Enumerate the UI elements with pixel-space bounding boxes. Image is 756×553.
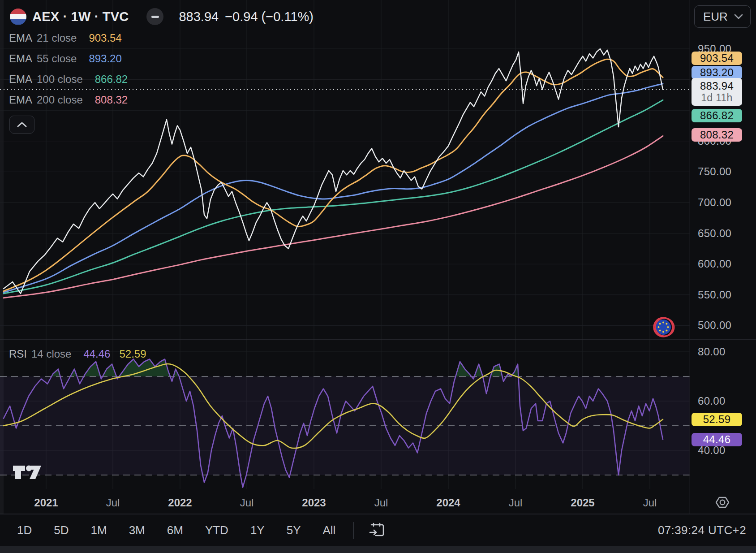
range-button-5d[interactable]: 5D	[51, 522, 71, 539]
indicator-params: 21 close	[37, 32, 77, 44]
legend-row-ema55[interactable]: EMA 55 close 893.20	[9, 52, 122, 65]
minus-icon	[151, 16, 159, 18]
range-button-ytd[interactable]: YTD	[202, 522, 231, 539]
chevron-down-icon	[734, 14, 743, 19]
collapse-legend-button[interactable]	[9, 116, 34, 134]
legend-row-ema200[interactable]: EMA 200 close 808.32	[9, 93, 128, 107]
indicator-name: EMA	[9, 94, 32, 106]
netherlands-flag-icon	[10, 9, 26, 25]
indicator-value: 903.54	[89, 32, 121, 44]
indicator-name: RSI	[9, 348, 27, 360]
axis-label: 500.00	[698, 319, 731, 332]
range-button-1m[interactable]: 1M	[88, 522, 110, 539]
axis-label: 750.00	[698, 165, 731, 178]
axis-label: 60.00	[698, 395, 726, 407]
rsi-ma-value: 52.59	[119, 348, 146, 360]
indicator-params: 100 close	[37, 73, 83, 86]
price-badge-ema200: 808.32	[692, 128, 742, 142]
last-quote: 883.94−0.94 (−0.11%)	[179, 9, 313, 24]
time-label: Jul	[374, 497, 388, 509]
price-badge-ema21: 903.54	[692, 52, 742, 65]
indicator-params: 200 close	[37, 94, 83, 106]
axis-label: 650.00	[698, 227, 731, 240]
axis-label: 550.00	[698, 289, 731, 301]
time-label: Jul	[240, 497, 254, 509]
currency-dropdown[interactable]: EUR	[694, 5, 751, 28]
time-label: 2024	[436, 497, 460, 509]
gear-icon	[714, 494, 731, 511]
window-bottom-strip	[0, 546, 756, 553]
time-axis-settings-button[interactable]	[714, 494, 731, 512]
price-badge-rsi: 44.46	[692, 433, 742, 446]
axis-label: 700.00	[698, 196, 731, 209]
axis-label: 80.00	[698, 346, 726, 358]
go-to-date-button[interactable]	[367, 520, 387, 541]
bottom-toolbar: 1D5D1M3M6MYTD1Y5YAll 07:39:24 UTC+2	[0, 514, 756, 546]
time-label: 2023	[302, 497, 326, 509]
symbol-title[interactable]: AEX · 1W · TVC	[32, 9, 129, 24]
range-button-5y[interactable]: 5Y	[284, 522, 304, 539]
symbol-header[interactable]: AEX · 1W · TVC 883.94−0.94 (−0.11%)	[10, 8, 314, 26]
hide-symbol-button[interactable]	[146, 8, 163, 25]
indicator-name: EMA	[9, 73, 32, 86]
indicator-name: EMA	[9, 52, 32, 65]
range-button-3m[interactable]: 3M	[126, 522, 148, 539]
axis-label: 600.00	[698, 258, 731, 270]
range-buttons: 1D5D1M3M6MYTD1Y5YAll	[14, 522, 338, 539]
series-ema-55	[4, 84, 663, 292]
clock[interactable]: 07:39:24 UTC+2	[658, 514, 746, 546]
chevron-up-icon	[17, 122, 27, 127]
rsi-value: 44.46	[83, 348, 110, 360]
calendar-arrow-icon	[368, 521, 386, 539]
price-badge-last: 883.941d 11h	[692, 78, 742, 106]
time-label: Jul	[106, 497, 120, 509]
range-button-1y[interactable]: 1Y	[248, 522, 267, 539]
price-badge-ema55: 893.20	[692, 66, 742, 79]
price-badge-rsi_ma: 52.59	[692, 413, 742, 426]
range-button-1d[interactable]: 1D	[14, 522, 34, 539]
indicator-value: 866.82	[95, 73, 128, 86]
indicator-value: 893.20	[89, 52, 121, 65]
indicator-params: 14 close	[31, 348, 71, 360]
time-label: Jul	[509, 497, 523, 509]
legend-row-rsi[interactable]: RSI 14 close 44.46 52.59	[9, 347, 146, 361]
time-label: 2025	[571, 497, 594, 509]
series-ema-100	[4, 100, 663, 294]
time-label: Jul	[643, 497, 657, 509]
indicator-name: EMA	[9, 32, 32, 44]
eu-flag-icon	[652, 315, 676, 339]
range-button-6m[interactable]: 6M	[164, 522, 186, 539]
series-ema-200	[4, 136, 663, 298]
indicator-value: 808.32	[95, 94, 128, 106]
time-label: 2022	[168, 497, 192, 509]
range-button-all[interactable]: All	[320, 522, 339, 539]
legend-row-ema100[interactable]: EMA 100 close 866.82	[9, 73, 128, 86]
last-price: 883.94	[179, 9, 219, 24]
price-change: −0.94 (−0.11%)	[225, 9, 314, 24]
tradingview-chart-window: AEX · 1W · TVC 883.94−0.94 (−0.11%) EMA …	[0, 0, 756, 553]
indicator-params: 55 close	[37, 52, 77, 65]
tradingview-logo	[13, 464, 42, 480]
price-badge-ema100: 866.82	[692, 109, 742, 122]
toolbar-divider	[353, 522, 354, 539]
legend-row-ema21[interactable]: EMA 21 close 903.54	[9, 31, 122, 45]
currency-label: EUR	[703, 10, 734, 24]
time-label: 2021	[34, 497, 58, 509]
